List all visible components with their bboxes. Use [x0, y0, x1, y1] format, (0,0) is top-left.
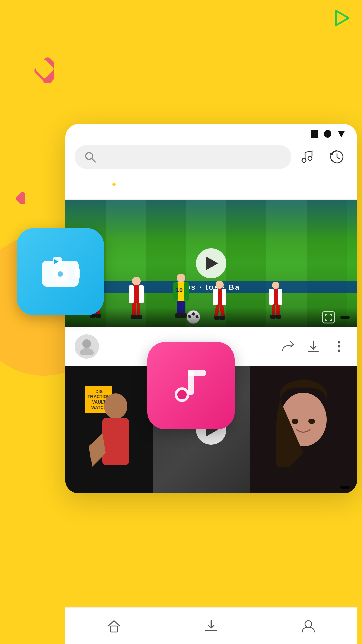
- svg-rect-59: [269, 289, 274, 305]
- tab-whatsapp[interactable]: [152, 180, 176, 193]
- deco-diamond-small: [9, 188, 25, 204]
- share-button[interactable]: [279, 338, 297, 355]
- bottom-nav: [65, 607, 357, 644]
- svg-point-9: [58, 271, 63, 277]
- fullscreen-icon: [322, 311, 335, 324]
- svg-point-49: [216, 281, 224, 289]
- svg-text:10: 10: [176, 287, 183, 293]
- tab-humour-dot: [112, 183, 116, 186]
- person-right: [250, 366, 357, 493]
- status-bar: [65, 124, 357, 140]
- svg-point-17: [308, 156, 312, 160]
- download-button[interactable]: [305, 338, 322, 355]
- tab-for-you[interactable]: [75, 180, 99, 193]
- camera-app-icon[interactable]: [17, 228, 104, 315]
- svg-rect-51: [213, 289, 218, 305]
- svg-rect-31: [139, 285, 144, 303]
- bottom-nav-downloads[interactable]: [204, 619, 219, 633]
- history-button[interactable]: [326, 146, 348, 168]
- bottom-nav-home[interactable]: [107, 619, 121, 633]
- tab-humour[interactable]: [99, 174, 128, 199]
- svg-rect-73: [102, 418, 129, 465]
- svg-rect-2: [15, 191, 25, 204]
- search-input-wrap[interactable]: [75, 145, 291, 169]
- deco-diamond-left: [20, 50, 54, 83]
- video-duration-1: [340, 316, 350, 319]
- svg-rect-13: [188, 370, 206, 376]
- svg-rect-60: [278, 289, 282, 305]
- svg-point-70: [338, 345, 340, 348]
- svg-point-67: [80, 348, 94, 355]
- svg-point-28: [132, 277, 141, 285]
- svg-point-76: [292, 419, 298, 424]
- svg-point-36: [177, 274, 185, 282]
- phone-mockup: tos · tos · Ba: [65, 124, 357, 493]
- svg-rect-52: [222, 289, 226, 305]
- svg-point-72: [104, 393, 127, 419]
- svg-point-66: [82, 339, 91, 348]
- channel-avatar-1: [75, 334, 99, 359]
- music-app-icon[interactable]: [147, 342, 235, 429]
- headline-block: [0, 0, 362, 27]
- svg-point-79: [305, 621, 312, 627]
- svg-line-15: [92, 158, 95, 162]
- svg-rect-30: [129, 285, 134, 303]
- status-icon-circle: [324, 130, 331, 138]
- status-icon-triangle: [338, 131, 345, 137]
- video-actions-1: [279, 338, 348, 355]
- svg-point-11: [177, 390, 187, 399]
- video-meta-1: [65, 308, 357, 327]
- play-triangle-icon: [206, 257, 218, 270]
- tab-entertainment[interactable]: [128, 180, 152, 193]
- svg-point-71: [338, 350, 340, 352]
- person-silhouette-left: [82, 393, 149, 493]
- search-bar-row: [65, 140, 357, 174]
- svg-point-57: [272, 282, 279, 289]
- svg-point-16: [302, 158, 306, 162]
- music-note-button[interactable]: [298, 146, 319, 168]
- svg-point-69: [338, 341, 340, 344]
- tabs-row: [65, 174, 357, 200]
- video-card-1[interactable]: tos · tos · Ba: [65, 200, 357, 366]
- svg-rect-78: [111, 626, 117, 632]
- svg-rect-65: [323, 312, 334, 323]
- status-icon-square: [311, 130, 318, 138]
- bottom-nav-profile[interactable]: [301, 619, 316, 633]
- svg-rect-7: [53, 257, 62, 263]
- svg-point-77: [308, 419, 315, 424]
- svg-rect-68: [308, 351, 319, 352]
- video-duration-2: [340, 486, 350, 489]
- play-button-overlay[interactable]: [196, 248, 226, 278]
- video-thumbnail-1: tos · tos · Ba: [65, 200, 357, 327]
- search-icon: [84, 151, 96, 163]
- svg-rect-39: [184, 282, 189, 301]
- more-options-button[interactable]: [330, 338, 348, 355]
